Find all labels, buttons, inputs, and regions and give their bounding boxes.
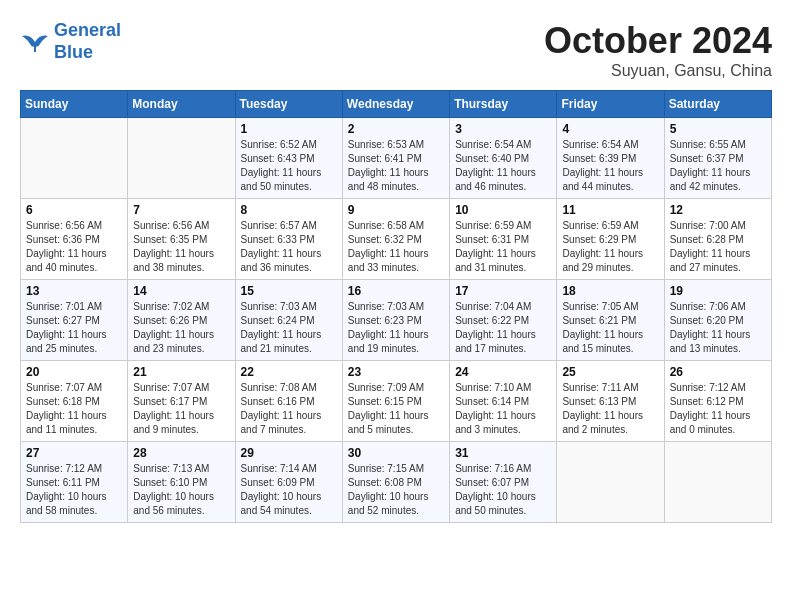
logo-text: General Blue — [54, 20, 121, 63]
calendar-week-row: 1 Sunrise: 6:52 AM Sunset: 6:43 PM Dayli… — [21, 118, 772, 199]
day-info: Sunrise: 7:12 AM Sunset: 6:12 PM Dayligh… — [670, 381, 766, 437]
day-number: 16 — [348, 284, 444, 298]
calendar-day-cell: 3 Sunrise: 6:54 AM Sunset: 6:40 PM Dayli… — [450, 118, 557, 199]
calendar-day-cell: 18 Sunrise: 7:05 AM Sunset: 6:21 PM Dayl… — [557, 280, 664, 361]
day-info: Sunrise: 7:07 AM Sunset: 6:17 PM Dayligh… — [133, 381, 229, 437]
day-number: 18 — [562, 284, 658, 298]
location-subtitle: Suyuan, Gansu, China — [544, 62, 772, 80]
calendar-day-cell: 28 Sunrise: 7:13 AM Sunset: 6:10 PM Dayl… — [128, 442, 235, 523]
day-number: 10 — [455, 203, 551, 217]
day-number: 13 — [26, 284, 122, 298]
weekday-header: Thursday — [450, 91, 557, 118]
calendar-week-row: 27 Sunrise: 7:12 AM Sunset: 6:11 PM Dayl… — [21, 442, 772, 523]
day-number: 25 — [562, 365, 658, 379]
day-number: 12 — [670, 203, 766, 217]
title-block: October 2024 Suyuan, Gansu, China — [544, 20, 772, 80]
calendar-day-cell: 25 Sunrise: 7:11 AM Sunset: 6:13 PM Dayl… — [557, 361, 664, 442]
calendar-day-cell: 23 Sunrise: 7:09 AM Sunset: 6:15 PM Dayl… — [342, 361, 449, 442]
calendar-day-cell: 9 Sunrise: 6:58 AM Sunset: 6:32 PM Dayli… — [342, 199, 449, 280]
calendar-day-cell — [128, 118, 235, 199]
calendar-day-cell: 24 Sunrise: 7:10 AM Sunset: 6:14 PM Dayl… — [450, 361, 557, 442]
calendar-day-cell: 12 Sunrise: 7:00 AM Sunset: 6:28 PM Dayl… — [664, 199, 771, 280]
day-number: 23 — [348, 365, 444, 379]
day-number: 28 — [133, 446, 229, 460]
day-info: Sunrise: 6:57 AM Sunset: 6:33 PM Dayligh… — [241, 219, 337, 275]
day-info: Sunrise: 7:06 AM Sunset: 6:20 PM Dayligh… — [670, 300, 766, 356]
day-number: 17 — [455, 284, 551, 298]
calendar-day-cell: 15 Sunrise: 7:03 AM Sunset: 6:24 PM Dayl… — [235, 280, 342, 361]
calendar-day-cell: 4 Sunrise: 6:54 AM Sunset: 6:39 PM Dayli… — [557, 118, 664, 199]
day-info: Sunrise: 7:08 AM Sunset: 6:16 PM Dayligh… — [241, 381, 337, 437]
calendar-table: SundayMondayTuesdayWednesdayThursdayFrid… — [20, 90, 772, 523]
calendar-day-cell: 2 Sunrise: 6:53 AM Sunset: 6:41 PM Dayli… — [342, 118, 449, 199]
calendar-day-cell: 19 Sunrise: 7:06 AM Sunset: 6:20 PM Dayl… — [664, 280, 771, 361]
day-info: Sunrise: 7:07 AM Sunset: 6:18 PM Dayligh… — [26, 381, 122, 437]
day-number: 19 — [670, 284, 766, 298]
weekday-header: Wednesday — [342, 91, 449, 118]
day-info: Sunrise: 6:59 AM Sunset: 6:29 PM Dayligh… — [562, 219, 658, 275]
day-number: 9 — [348, 203, 444, 217]
calendar-day-cell: 16 Sunrise: 7:03 AM Sunset: 6:23 PM Dayl… — [342, 280, 449, 361]
day-number: 3 — [455, 122, 551, 136]
day-number: 31 — [455, 446, 551, 460]
calendar-day-cell: 20 Sunrise: 7:07 AM Sunset: 6:18 PM Dayl… — [21, 361, 128, 442]
day-info: Sunrise: 7:03 AM Sunset: 6:23 PM Dayligh… — [348, 300, 444, 356]
day-number: 22 — [241, 365, 337, 379]
day-info: Sunrise: 7:09 AM Sunset: 6:15 PM Dayligh… — [348, 381, 444, 437]
day-info: Sunrise: 7:16 AM Sunset: 6:07 PM Dayligh… — [455, 462, 551, 518]
calendar-week-row: 20 Sunrise: 7:07 AM Sunset: 6:18 PM Dayl… — [21, 361, 772, 442]
day-info: Sunrise: 6:55 AM Sunset: 6:37 PM Dayligh… — [670, 138, 766, 194]
calendar-day-cell: 29 Sunrise: 7:14 AM Sunset: 6:09 PM Dayl… — [235, 442, 342, 523]
day-number: 30 — [348, 446, 444, 460]
weekday-header: Monday — [128, 91, 235, 118]
page-header: General Blue October 2024 Suyuan, Gansu,… — [20, 20, 772, 80]
day-number: 24 — [455, 365, 551, 379]
weekday-header: Tuesday — [235, 91, 342, 118]
day-number: 8 — [241, 203, 337, 217]
day-info: Sunrise: 6:54 AM Sunset: 6:40 PM Dayligh… — [455, 138, 551, 194]
day-number: 15 — [241, 284, 337, 298]
calendar-day-cell: 30 Sunrise: 7:15 AM Sunset: 6:08 PM Dayl… — [342, 442, 449, 523]
day-info: Sunrise: 6:52 AM Sunset: 6:43 PM Dayligh… — [241, 138, 337, 194]
day-number: 4 — [562, 122, 658, 136]
calendar-week-row: 13 Sunrise: 7:01 AM Sunset: 6:27 PM Dayl… — [21, 280, 772, 361]
day-info: Sunrise: 7:14 AM Sunset: 6:09 PM Dayligh… — [241, 462, 337, 518]
day-info: Sunrise: 6:56 AM Sunset: 6:36 PM Dayligh… — [26, 219, 122, 275]
calendar-day-cell: 7 Sunrise: 6:56 AM Sunset: 6:35 PM Dayli… — [128, 199, 235, 280]
day-number: 1 — [241, 122, 337, 136]
day-info: Sunrise: 7:13 AM Sunset: 6:10 PM Dayligh… — [133, 462, 229, 518]
calendar-day-cell: 6 Sunrise: 6:56 AM Sunset: 6:36 PM Dayli… — [21, 199, 128, 280]
weekday-header: Friday — [557, 91, 664, 118]
calendar-day-cell: 27 Sunrise: 7:12 AM Sunset: 6:11 PM Dayl… — [21, 442, 128, 523]
calendar-day-cell: 26 Sunrise: 7:12 AM Sunset: 6:12 PM Dayl… — [664, 361, 771, 442]
calendar-header-row: SundayMondayTuesdayWednesdayThursdayFrid… — [21, 91, 772, 118]
calendar-day-cell: 14 Sunrise: 7:02 AM Sunset: 6:26 PM Dayl… — [128, 280, 235, 361]
day-info: Sunrise: 7:04 AM Sunset: 6:22 PM Dayligh… — [455, 300, 551, 356]
day-info: Sunrise: 7:10 AM Sunset: 6:14 PM Dayligh… — [455, 381, 551, 437]
logo-icon — [20, 30, 50, 54]
weekday-header: Saturday — [664, 91, 771, 118]
day-info: Sunrise: 7:05 AM Sunset: 6:21 PM Dayligh… — [562, 300, 658, 356]
day-number: 26 — [670, 365, 766, 379]
day-number: 21 — [133, 365, 229, 379]
day-info: Sunrise: 7:02 AM Sunset: 6:26 PM Dayligh… — [133, 300, 229, 356]
calendar-day-cell — [664, 442, 771, 523]
calendar-day-cell — [21, 118, 128, 199]
day-info: Sunrise: 6:59 AM Sunset: 6:31 PM Dayligh… — [455, 219, 551, 275]
weekday-header: Sunday — [21, 91, 128, 118]
day-number: 14 — [133, 284, 229, 298]
day-info: Sunrise: 7:15 AM Sunset: 6:08 PM Dayligh… — [348, 462, 444, 518]
day-info: Sunrise: 6:56 AM Sunset: 6:35 PM Dayligh… — [133, 219, 229, 275]
day-number: 11 — [562, 203, 658, 217]
day-info: Sunrise: 6:53 AM Sunset: 6:41 PM Dayligh… — [348, 138, 444, 194]
month-title: October 2024 — [544, 20, 772, 62]
day-number: 7 — [133, 203, 229, 217]
day-number: 29 — [241, 446, 337, 460]
calendar-day-cell: 13 Sunrise: 7:01 AM Sunset: 6:27 PM Dayl… — [21, 280, 128, 361]
day-number: 27 — [26, 446, 122, 460]
calendar-week-row: 6 Sunrise: 6:56 AM Sunset: 6:36 PM Dayli… — [21, 199, 772, 280]
day-info: Sunrise: 6:58 AM Sunset: 6:32 PM Dayligh… — [348, 219, 444, 275]
calendar-day-cell: 17 Sunrise: 7:04 AM Sunset: 6:22 PM Dayl… — [450, 280, 557, 361]
calendar-day-cell: 21 Sunrise: 7:07 AM Sunset: 6:17 PM Dayl… — [128, 361, 235, 442]
logo: General Blue — [20, 20, 121, 63]
